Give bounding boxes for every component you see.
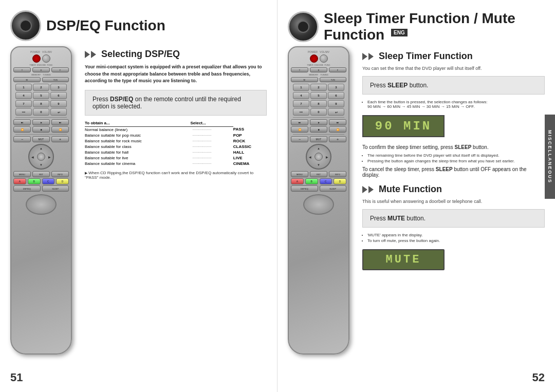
btn-7[interactable]: 7	[15, 100, 32, 107]
vol-btn[interactable]	[42, 54, 50, 63]
table-row: Normal balance (linear)·················…	[85, 126, 267, 133]
btn-dash[interactable]: •••	[15, 108, 32, 116]
btn-6[interactable]: 6	[50, 92, 67, 99]
table-cell-obtain: Normal balance (linear)	[85, 126, 190, 133]
sleep-btn-r[interactable]: SLEEP	[320, 185, 347, 192]
sleep-bold: SLEEP	[387, 82, 408, 89]
a-btn[interactable]: A	[13, 178, 26, 184]
nav-row2: ⏪ ⏹ ⏩	[13, 126, 69, 133]
r-btn-6[interactable]: 6	[328, 92, 344, 99]
remote-body-left: POWER VOL/MV TIMER ENCODE FUNC T E F MEM…	[10, 46, 72, 354]
sleep-cancel-bold: SLEEP	[436, 166, 453, 172]
vol-up-btn[interactable]: +	[51, 136, 69, 142]
bottom-row1: MENU RET INFO	[13, 171, 69, 177]
nav-row-r1: ⏮ ▶ ⏭	[291, 119, 346, 125]
memory-btn-r[interactable]: M	[291, 77, 318, 82]
r-vol-up[interactable]: +	[329, 136, 346, 142]
mute-btn-remote[interactable]: MUT	[32, 136, 50, 142]
r-stop[interactable]: ⏹	[310, 126, 327, 133]
r-menu[interactable]: MENU	[291, 171, 308, 177]
enter-btn-r[interactable]	[314, 153, 323, 161]
r-c[interactable]: C	[320, 178, 332, 184]
r-b[interactable]: B	[305, 178, 318, 184]
info-btn[interactable]: INFO	[51, 171, 69, 177]
r-btn-5[interactable]: 5	[310, 92, 327, 99]
btn-2[interactable]: 2	[33, 84, 49, 91]
r-fwd[interactable]: ⏩	[329, 126, 346, 133]
table-cell-select: CLASSIC	[233, 144, 267, 150]
r-skip-back[interactable]: ⏮	[291, 119, 308, 125]
r-btn-2[interactable]: 2	[310, 84, 327, 91]
vol-row-r: − MUT +	[291, 136, 346, 142]
r-btn-3[interactable]: 3	[328, 84, 344, 91]
sleep-btn-l[interactable]: SLEEP	[42, 185, 69, 192]
misc-tab: MISCELLANEOUS	[545, 115, 555, 199]
tuning-btn[interactable]: TUN	[42, 77, 69, 82]
btn-4[interactable]: 4	[15, 92, 32, 99]
btn-0[interactable]: 0	[33, 108, 49, 116]
play-btn[interactable]: ▶	[32, 119, 50, 125]
r-rew[interactable]: ⏪	[291, 126, 308, 133]
encode-btn-r[interactable]: E	[310, 67, 327, 72]
r-vol-down[interactable]: −	[291, 136, 308, 142]
r-play[interactable]: ▶	[310, 119, 327, 125]
r-btn-9[interactable]: 9	[328, 100, 344, 107]
nav-row1: ⏮ ▶ ⏭	[13, 119, 69, 125]
sleep-cancel-text: To cancel the sleep timer, press SLEEP b…	[362, 166, 545, 178]
enter-btn[interactable]	[37, 153, 45, 161]
vol-down-btn[interactable]: −	[13, 136, 31, 142]
power-btn-r[interactable]	[310, 54, 318, 63]
timer-btn-r[interactable]: T	[291, 67, 308, 72]
tuning-btn-r[interactable]: TUN	[320, 77, 347, 82]
r-btn-repeat[interactable]: ↩	[328, 108, 344, 116]
r-btn-dash[interactable]: •••	[293, 108, 309, 116]
return-btn[interactable]: RET	[32, 171, 50, 177]
fwd-btn[interactable]: ⏩	[51, 126, 69, 133]
skip-fwd-btn[interactable]: ⏭	[51, 119, 69, 125]
vol-btn-r[interactable]	[320, 54, 328, 63]
btn-8[interactable]: 8	[33, 100, 49, 107]
skip-back-btn[interactable]: ⏮	[13, 119, 31, 125]
nav-circle[interactable]: ▲ ▼ ◀ ▶	[28, 144, 54, 170]
b-btn[interactable]: B	[28, 178, 41, 184]
memory-btn[interactable]: M	[13, 77, 41, 82]
stop-btn[interactable]: ⏹	[32, 126, 50, 133]
dsp-btn[interactable]: DSP/EQ	[13, 185, 41, 192]
d-btn[interactable]: D	[56, 178, 69, 184]
remote-bottom-oval	[26, 194, 57, 215]
r-btn-1[interactable]: 1	[293, 84, 309, 91]
c-btn[interactable]: C	[42, 178, 55, 184]
table-cell-select: PASS	[233, 126, 267, 133]
btn-repeat[interactable]: ↩	[50, 108, 67, 116]
func-btn[interactable]: F	[51, 67, 69, 72]
r-btn-8[interactable]: 8	[310, 100, 327, 107]
mute-arrow-icon	[362, 186, 375, 193]
r-d[interactable]: D	[334, 178, 346, 184]
mute-section-header: Mute Function	[362, 184, 545, 195]
func-btn-r[interactable]: F	[329, 67, 346, 72]
nav-circle-r[interactable]: ▲ ▼ ◀ ▶	[306, 144, 331, 170]
btn-3[interactable]: 3	[50, 84, 67, 91]
rew-btn[interactable]: ⏪	[13, 126, 31, 133]
r-info[interactable]: INFO	[329, 171, 346, 177]
r-btn-0[interactable]: 0	[310, 108, 327, 116]
r-skip-fwd[interactable]: ⏭	[329, 119, 346, 125]
btn-1[interactable]: 1	[15, 84, 32, 91]
r-btn-7[interactable]: 7	[293, 100, 309, 107]
r-dsp[interactable]: DSP/EQ	[291, 185, 318, 192]
table-row: Balance suitable for rock music·········…	[85, 138, 267, 144]
sleep-note1: The remaining time before the DVD player…	[367, 153, 545, 158]
left-content: Selecting DSP/EQ Your mini-compact syste…	[85, 49, 267, 180]
r-btn-4[interactable]: 4	[293, 92, 309, 99]
remote-body-right: POWER VOL/MV TIMER ENCODE FUNC T E F MEM…	[288, 46, 349, 354]
btn-9[interactable]: 9	[50, 100, 67, 107]
power-btn[interactable]	[32, 54, 41, 63]
r-mute[interactable]: MUT	[310, 136, 327, 142]
r-a[interactable]: A	[291, 178, 304, 184]
encode-btn[interactable]: E	[32, 67, 50, 72]
r-return[interactable]: RET	[310, 171, 327, 177]
menu-btn[interactable]: MENU	[13, 171, 31, 177]
btn-5[interactable]: 5	[33, 92, 49, 99]
timer-btn[interactable]: T	[13, 67, 31, 72]
table-row: Balance suitable for pop music··········…	[85, 133, 267, 138]
